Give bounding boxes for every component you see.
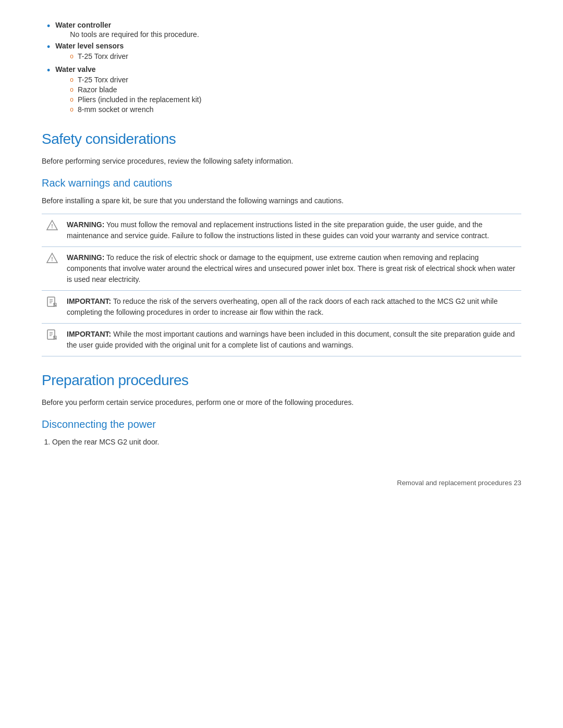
important-text-2: While the most important cautions and wa… [67,330,515,349]
important-label-1: IMPORTANT: [67,297,111,305]
water-level-sensors-sublist: o T-25 Torx driver [70,52,128,60]
bullet-dot-2: • [47,42,50,53]
warning-label-2: WARNING: [67,253,104,262]
warning-triangle-icon-2: ! [46,252,58,264]
bullet-water-level-sensors: • Water level sensors o T-25 Torx driver [42,42,521,62]
footer-page: 23 [514,479,521,487]
svg-text:!: ! [51,224,53,229]
bullet-dot-3: • [47,65,50,77]
disconnecting-step-1-text: Open the rear MCS G2 unit door. [52,438,159,446]
page-footer: Removal and replacement procedures 23 [42,479,521,487]
warning-text-cell-1: WARNING: You must follow the removal and… [63,214,521,247]
warning-icon-cell-2: ! [42,247,63,291]
bullet-water-controller: • Water controller No tools are required… [42,21,521,39]
important-row-1: IMPORTANT: To reduce the risk of the ser… [42,291,521,324]
safety-intro: Before performing service procedures, re… [42,156,521,167]
sub-item-torx-1: o T-25 Torx driver [70,52,128,60]
warning-label-1: WARNING: [67,220,104,229]
water-controller-subtext: No tools are required for this procedure… [70,30,199,39]
important-text-cell-1: IMPORTANT: To reduce the risk of the ser… [63,291,521,324]
sub-item-valve-1: o T-25 Torx driver [70,76,201,84]
water-valve-sublist: o T-25 Torx driver o Razor blade o Plier… [70,76,201,114]
sub-item-torx-1-text: T-25 Torx driver [78,52,128,60]
important-text-cell-2: IMPORTANT: While the most important caut… [63,324,521,356]
preparation-intro: Before you perform certain service proce… [42,397,521,408]
warning-text-1: You must follow the removal and replacem… [67,220,489,240]
warning-icon-cell-1: ! [42,214,63,247]
note-icon-1 [46,296,58,307]
sub-dot-1: o [70,53,74,60]
disconnecting-step-1: Open the rear MCS G2 unit door. [52,437,521,448]
svg-text:!: ! [51,256,53,262]
sub-item-valve-4: o 8-mm socket or wrench [70,105,201,114]
note-icon-2 [46,329,58,340]
sub-dot-v2: o [70,86,74,93]
water-level-sensors-label: Water level sensors [55,42,124,50]
disconnecting-steps: Open the rear MCS G2 unit door. [42,437,521,448]
sub-item-valve-3-text: Pliers (included in the replacement kit) [78,95,201,104]
warning-row-2: ! WARNING: To reduce the risk of electri… [42,247,521,291]
warnings-table: ! WARNING: You must follow the removal a… [42,214,521,356]
sub-dot-v4: o [70,106,74,113]
warning-text-2: To reduce the risk of electric shock or … [67,253,515,283]
sub-item-valve-2: o Razor blade [70,85,201,94]
sub-dot-v1: o [70,76,74,83]
rack-warnings-intro: Before installing a spare kit, be sure t… [42,195,521,206]
important-label-2: IMPORTANT: [67,330,111,338]
important-icon-cell-1 [42,291,63,324]
important-icon-cell-2 [42,324,63,356]
disconnecting-heading: Disconnecting the power [42,418,521,430]
important-row-2: IMPORTANT: While the most important caut… [42,324,521,356]
warning-triangle-icon-1: ! [46,219,58,231]
sub-dot-v3: o [70,96,74,103]
top-bullets-section: • Water controller No tools are required… [42,21,521,115]
important-text-1: To reduce the risk of the servers overhe… [67,297,498,316]
bullet-water-valve: • Water valve o T-25 Torx driver o Razor… [42,65,521,115]
bullet-dot-1: • [47,21,50,32]
warning-text-cell-2: WARNING: To reduce the risk of electric … [63,247,521,291]
sub-item-valve-3: o Pliers (included in the replacement ki… [70,95,201,104]
sub-item-valve-2-text: Razor blade [78,85,117,94]
safety-heading: Safety considerations [42,131,521,147]
warning-row-1: ! WARNING: You must follow the removal a… [42,214,521,247]
footer-text: Removal and replacement procedures [397,479,512,487]
preparation-heading: Preparation procedures [42,372,521,389]
sub-item-valve-4-text: 8-mm socket or wrench [78,105,153,114]
water-controller-label: Water controller [55,21,111,29]
rack-warnings-heading: Rack warnings and cautions [42,177,521,189]
water-valve-label: Water valve [55,65,95,73]
sub-item-valve-1-text: T-25 Torx driver [78,76,128,84]
